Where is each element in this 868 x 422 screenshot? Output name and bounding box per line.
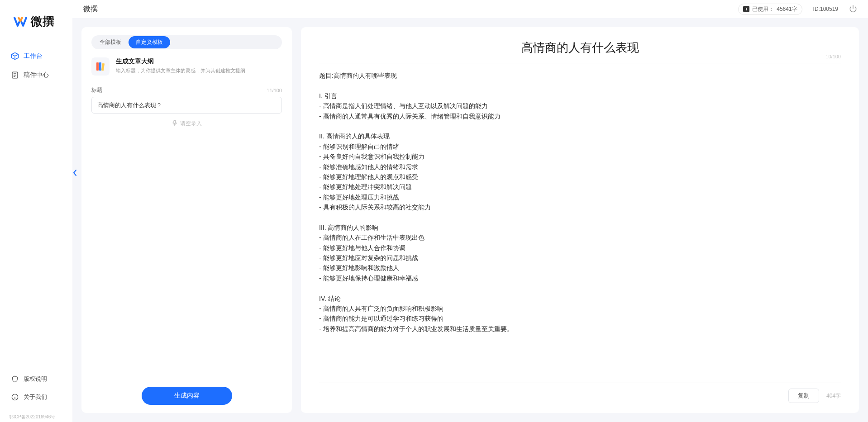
template-tabs: 全部模板 自定义模板 xyxy=(91,35,282,49)
sidebar-item-copyright[interactable]: 版权说明 xyxy=(5,370,67,388)
svg-rect-2 xyxy=(96,62,99,71)
tab-custom-templates[interactable]: 自定义模板 xyxy=(129,36,170,48)
output-title[interactable]: 高情商的人有什么表现 xyxy=(319,40,841,56)
main: 微撰 T 已使用： 45641字 ID:100519 全部模板 xyxy=(72,0,868,422)
logo: 微撰 xyxy=(0,14,72,47)
title-field-count: 11/100 xyxy=(267,88,282,93)
info-icon xyxy=(11,393,19,401)
left-panel: 全部模板 自定义模板 生成文章大纲 输入标题，为你提供文章主体的灵感，并为其创建… xyxy=(81,27,292,413)
sidebar-item-workspace[interactable]: 工作台 xyxy=(5,47,67,65)
icp-text: 鄂ICP备2022016946号 xyxy=(0,412,72,422)
svg-rect-3 xyxy=(99,62,101,71)
sidebar-collapse-handle[interactable] xyxy=(72,167,77,178)
topbar: 微撰 T 已使用： 45641字 ID:100519 xyxy=(72,0,868,18)
output-title-count: 10/100 xyxy=(825,54,841,59)
sidebar-item-drafts[interactable]: 稿件中心 xyxy=(5,66,67,84)
output-panel: 高情商的人有什么表现 10/100 题目:高情商的人有哪些表现 I. 引言 - … xyxy=(301,27,859,413)
usage-label: 已使用： xyxy=(752,5,774,13)
generate-button[interactable]: 生成内容 xyxy=(142,387,232,405)
sidebar-item-label: 版权说明 xyxy=(24,375,47,383)
template-card: 生成文章大纲 输入标题，为你提供文章主体的灵感，并为其创建推文提纲 xyxy=(91,57,282,76)
cube-icon xyxy=(11,52,19,60)
usage-badge: T 已使用： 45641字 xyxy=(738,4,802,15)
svg-rect-4 xyxy=(101,63,105,71)
user-id: ID:100519 xyxy=(813,6,838,12)
voice-input-hint[interactable]: 请空录入 xyxy=(91,120,282,128)
title-field-label: 标题 xyxy=(91,86,102,94)
content: 全部模板 自定义模板 生成文章大纲 输入标题，为你提供文章主体的灵感，并为其创建… xyxy=(72,18,868,422)
sidebar-bottom: 版权说明 关于我们 xyxy=(0,370,72,412)
logo-text: 微撰 xyxy=(31,14,54,29)
power-icon[interactable] xyxy=(849,5,857,14)
nav: 工作台 稿件中心 xyxy=(0,47,72,370)
mic-icon xyxy=(172,120,177,128)
shield-icon xyxy=(11,375,19,383)
output-body[interactable]: 题目:高情商的人有哪些表现 I. 引言 - 高情商是指人们处理情绪、与他人互动以… xyxy=(319,71,841,377)
template-desc: 输入标题，为你提供文章主体的灵感，并为其创建推文提纲 xyxy=(116,67,245,74)
template-books-icon xyxy=(91,57,110,76)
template-title: 生成文章大纲 xyxy=(116,57,245,66)
sidebar-item-label: 工作台 xyxy=(24,52,43,60)
logo-icon xyxy=(14,15,27,28)
text-count-icon: T xyxy=(743,6,749,12)
title-input[interactable] xyxy=(91,97,282,114)
sidebar-item-about[interactable]: 关于我们 xyxy=(5,389,67,406)
sidebar-item-label: 稿件中心 xyxy=(24,71,49,79)
sidebar-item-label: 关于我们 xyxy=(24,393,47,401)
copy-button[interactable]: 复制 xyxy=(788,389,819,403)
tab-all-templates[interactable]: 全部模板 xyxy=(92,36,129,48)
output-word-count: 404字 xyxy=(826,392,841,400)
page-title: 微撰 xyxy=(83,5,98,14)
doc-icon xyxy=(11,71,19,79)
sidebar: 微撰 工作台 稿件中心 版权说明 xyxy=(0,0,72,422)
usage-value: 45641字 xyxy=(777,5,797,13)
svg-rect-5 xyxy=(174,120,176,123)
